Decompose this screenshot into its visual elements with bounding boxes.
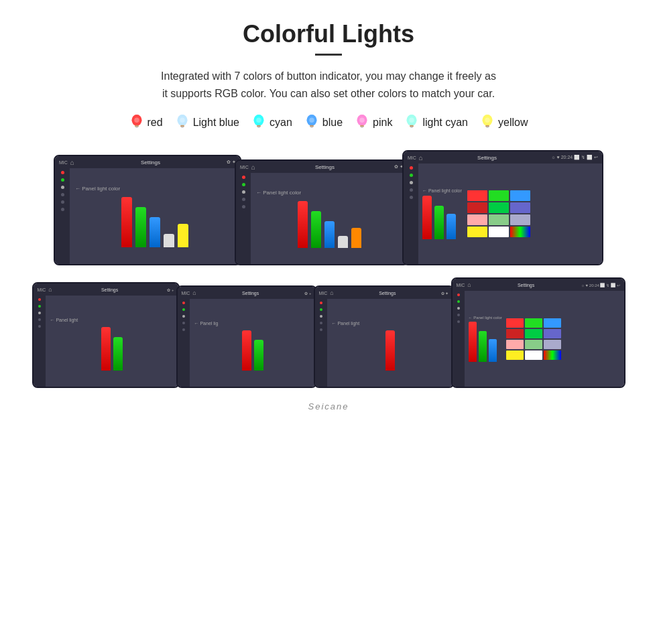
svg-point-19	[309, 118, 314, 123]
bottom-screens-row: MIC ⌂ Settings ✿ +	[27, 277, 630, 388]
title-divider	[315, 54, 342, 56]
bulb-icon-lightcyan	[404, 114, 419, 131]
bulb-icon-yellow	[480, 114, 495, 131]
screen-topbar-1: MIC ⌂ Settings ✿ ✦	[55, 156, 240, 168]
color-item-yellow: yellow	[480, 114, 528, 131]
screen-2: MIC ⌂ Settings ✿ ✦	[235, 159, 409, 265]
description: Integrated with 7 colors of button indic…	[27, 68, 630, 102]
screen-3: MIC ⌂ Settings ☼ ♥ 20:24 ⬜ ↯ ⬜ ↩	[402, 150, 603, 265]
screen-1: MIC ⌂ Settings ✿ ✦	[54, 155, 241, 265]
svg-rect-33	[486, 127, 489, 128]
bulb-icon-red	[129, 114, 144, 131]
color-item-pink: pink	[355, 114, 392, 131]
svg-rect-23	[361, 127, 363, 128]
svg-point-14	[256, 118, 261, 123]
svg-point-9	[180, 118, 184, 123]
bulb-icon-blue	[304, 114, 319, 131]
svg-rect-8	[181, 127, 184, 128]
color-item-red: red	[129, 114, 163, 131]
svg-rect-18	[310, 127, 313, 128]
bulb-icon-pink	[355, 114, 369, 131]
screen-4: MIC ⌂ Settings ✿ +	[32, 282, 180, 388]
svg-point-34	[485, 118, 489, 123]
bulb-icon-lightblue	[175, 114, 190, 131]
svg-point-24	[359, 118, 364, 123]
top-screens-row: MIC ⌂ Settings ✿ ✦	[27, 150, 630, 265]
screen-7: MIC ⌂ Settings ☼ ♥ 20:24 ⬜ ↯ ⬜ ↩	[451, 277, 625, 388]
color-item-lightblue: Light blue	[175, 114, 239, 131]
svg-rect-13	[257, 127, 260, 128]
color-item-cyan: cyan	[251, 114, 292, 131]
watermark: Seicane	[308, 401, 349, 411]
svg-rect-3	[135, 127, 138, 128]
screen-5: MIC ⌂ Settings ✿ +	[176, 285, 317, 388]
color-list: red Light blue cyan	[27, 114, 630, 131]
svg-point-29	[410, 118, 414, 123]
color-item-lightcyan: light cyan	[404, 114, 468, 131]
page-title: Colorful Lights	[27, 20, 630, 48]
svg-rect-28	[411, 127, 414, 128]
screen-topbar-3: MIC ⌂ Settings ☼ ♥ 20:24 ⬜ ↯ ⬜ ↩	[404, 151, 602, 164]
svg-point-4	[134, 118, 139, 123]
bulb-icon-cyan	[251, 114, 266, 131]
screen-6: MIC ⌂ Settings ✿ ✦	[314, 285, 455, 388]
color-item-blue: blue	[304, 114, 343, 131]
screen-topbar-2: MIC ⌂ Settings ✿ ✦	[236, 161, 408, 173]
